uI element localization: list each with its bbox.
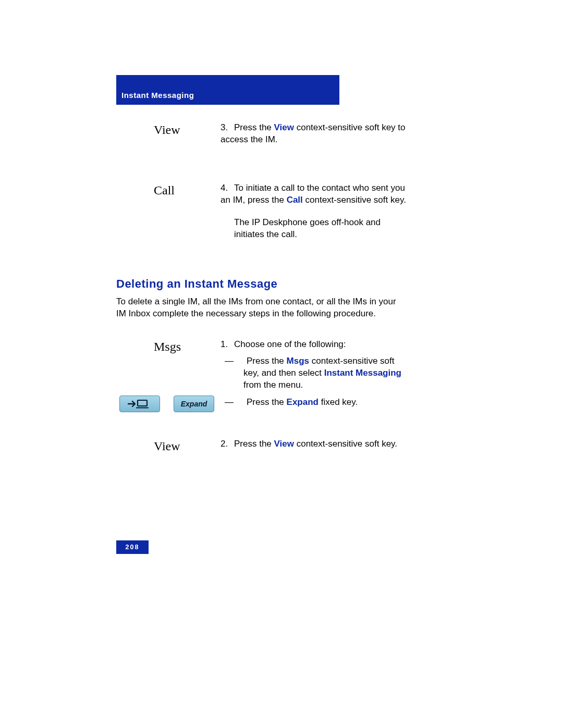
bold-msgs: Msgs [287, 356, 309, 366]
step-4-row: Call 4.To initiate a call to the contact… [116, 182, 408, 241]
text-fragment: from the menu. [243, 380, 303, 390]
step-number: 2. [221, 438, 234, 450]
text-fragment: Choose one of the following: [234, 339, 346, 349]
dash-icon: — [234, 397, 247, 409]
page-number: 208 [126, 544, 140, 551]
bold-view: View [274, 122, 294, 132]
softkey-msgs-label: Msgs [116, 340, 221, 354]
step-number: 4. [221, 182, 234, 194]
text-fragment: Press the [247, 356, 287, 366]
svg-rect-0 [138, 400, 147, 406]
softkey-view-label-2: View [116, 439, 221, 453]
bullet-2: —Press the Expand fixed key. [230, 397, 408, 409]
step-number: 3. [221, 122, 234, 134]
softkey-view-label: View [116, 123, 221, 137]
text-fragment: Press the [247, 397, 287, 407]
step-number: 1. [221, 339, 234, 351]
bold-expand: Expand [287, 397, 319, 407]
step-4-para2: The IP Deskphone goes off-hook and initi… [221, 217, 408, 241]
text-fragment: context-sensitive soft key. [303, 195, 406, 205]
header-title: Instant Messaging [121, 91, 194, 100]
section-heading: Deleting an Instant Message [116, 277, 408, 291]
softkey-col: Call [116, 182, 221, 198]
bold-view-2: View [274, 439, 294, 449]
document-page: Instant Messaging View 3.Press the View … [0, 0, 563, 728]
text-fragment: Press the [234, 122, 274, 132]
softkey-col: View [116, 122, 221, 137]
key-buttons-row: Expand [116, 396, 221, 412]
softkey-call-label: Call [116, 183, 221, 198]
bullet-1: —Press the Msgs context-sensitive soft k… [230, 355, 408, 391]
softkey-col: View [116, 438, 221, 453]
step-3-row: View 3.Press the View context-sensitive … [116, 122, 408, 146]
expand-key-button: Expand [174, 396, 214, 412]
step-1-row: Msgs Expand 1.Choose o [116, 339, 408, 412]
arrow-to-monitor-icon [127, 399, 152, 409]
page-number-badge: 208 [116, 540, 149, 554]
expand-button-label: Expand [181, 400, 207, 408]
section-intro: To delete a single IM, all the IMs from … [116, 296, 408, 320]
content-area: View 3.Press the View context-sensitive … [116, 115, 408, 490]
text-fragment: fixed key. [319, 397, 358, 407]
dash-icon: — [234, 355, 247, 367]
bold-call: Call [287, 195, 303, 205]
header-bar: Instant Messaging [116, 75, 339, 105]
step-2-row: View 2.Press the View context-sensitive … [116, 438, 408, 453]
step-1-text: 1.Choose one of the following: —Press th… [221, 339, 408, 409]
bold-instant-messaging: Instant Messaging [324, 368, 401, 378]
text-fragment: Press the [234, 439, 274, 449]
text-fragment: context-sensitive soft key. [294, 439, 397, 449]
computer-key-button [119, 396, 160, 412]
step-2-text: 2.Press the View context-sensitive soft … [221, 438, 408, 450]
step-3-text: 3.Press the View context-sensitive soft … [221, 122, 408, 146]
softkey-col: Msgs Expand [116, 339, 221, 412]
step-4-text: 4.To initiate a call to the contact who … [221, 182, 408, 241]
